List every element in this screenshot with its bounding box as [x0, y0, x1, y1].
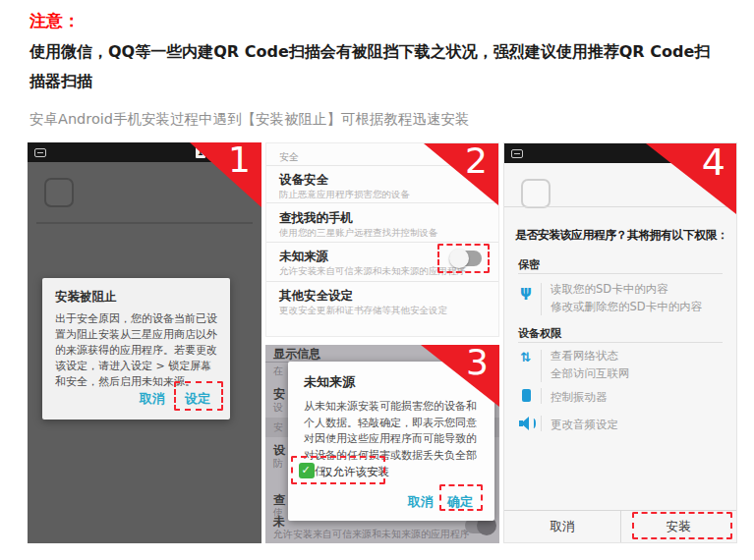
section-label-privacy: 保密 [518, 257, 540, 272]
unknown-sources-dialog: 未知来源 从未知来源安装可能损害您的设备和个人数据。轻敲确定，即表示您同意对因使… [288, 362, 494, 521]
dimmed-row-sub: 允许安装来自可信来源和未知来源的应用程序 [273, 528, 470, 541]
dimmed-text-fragment: 防 [273, 457, 283, 471]
divider [504, 206, 736, 207]
install-prompt-title: 是否安装该应用程序？其将拥有以下权限： [515, 228, 731, 244]
dialog-body: 出于安全原因，您的设备当前已设置为阻止安装从三星应用商店以外的来源获得的应用程序… [55, 311, 222, 390]
note-title: 注意： [29, 10, 80, 32]
note-subtitle: 安卓Android手机安装过程中遇到【安装被阻止】可根据教程迅速安装 [29, 110, 470, 129]
phone-screenshot-step3: 显示信息 在 安 设 安 设 防 查 使 未 允许安装来自可信来源和未知来源的应… [265, 345, 499, 543]
settings-item-desc: 使用您的三星账户远程查找并控制设备 [279, 227, 438, 240]
divider [266, 281, 498, 282]
step-number: 4 [702, 142, 725, 184]
step-badge: 2 [424, 143, 498, 205]
dimmed-row-title: 显示信息 [273, 346, 320, 363]
tutorial-page: 注意： 使用微信，QQ等一些内建QR Code扫描会有被阻挡下载之状况，强烈建议… [0, 0, 754, 560]
settings-item-desc: 防止恶意应用程序损害您的设备 [279, 189, 410, 201]
permission-internet: 全部访问互联网 [551, 366, 630, 381]
cancel-button[interactable]: 取消 [408, 493, 434, 511]
dimmed-row-sub: 在 [273, 364, 283, 378]
step-number: 3 [466, 345, 489, 382]
dialog-title: 安装被阻止 [55, 289, 117, 306]
divider [266, 242, 498, 243]
highlight-confirm-button [439, 484, 483, 511]
dialog-title: 未知来源 [304, 373, 355, 391]
dimmed-text-fragment: 安 [273, 420, 283, 434]
settings-header: 安全 [279, 150, 299, 164]
permission-vibration: 控制振动器 [551, 390, 608, 405]
screenshot-panels: 1 4G 7 安装被阻止 出于安全原因，您的设备当前已设置为阻止安装从三星应用商… [28, 142, 739, 543]
divider [36, 222, 253, 224]
note-body: 使用微信，QQ等一些内建QR Code扫描会有被阻挡下载之状况，强烈建议使用推荐… [29, 37, 724, 96]
phone-screenshot-step4: 1 4G 7 是否安装该应用程序？其将拥有以下权限： 保密 ψ 读取您的SD卡中… [503, 142, 737, 543]
app-icon-placeholder [44, 178, 74, 207]
speaker-icon [518, 417, 538, 430]
cancel-button[interactable]: 取消 [504, 519, 620, 535]
settings-item-unknown-sources[interactable]: 未知来源 [279, 249, 328, 265]
settings-item-find-my-phone[interactable]: 查找我的手机 [279, 210, 353, 227]
usb-icon: ψ [520, 283, 532, 301]
permission-sd-modify: 修改或删除您的SD卡中的内容 [551, 300, 702, 314]
section-label-device: 设备权限 [518, 326, 561, 341]
permission-sd-read: 读取您的SD卡中的内容 [551, 282, 668, 297]
divider [518, 273, 723, 274]
highlight-unknown-sources-toggle [437, 244, 490, 273]
settings-item-other-security[interactable]: 其他安全设定 [279, 288, 353, 305]
permission-audio: 更改音频设定 [551, 418, 618, 432]
notification-icon [511, 149, 523, 158]
divider [541, 416, 542, 431]
step-number: 2 [465, 142, 488, 181]
phone-screenshot-step1: 1 4G 7 安装被阻止 出于安全原因，您的设备当前已设置为阻止安装从三星应用商… [28, 142, 261, 543]
step-badge: 1 [190, 142, 261, 207]
divider [541, 350, 542, 382]
network-arrows-icon: ⇅ [520, 350, 531, 364]
permission-network-state: 查看网络状态 [551, 349, 618, 364]
divider [518, 342, 723, 343]
install-blocked-dialog: 安装被阻止 出于安全原因，您的设备当前已设置为阻止安装从三星应用商店以外的来源获… [42, 278, 230, 420]
dimmed-text-fragment: 设 [273, 401, 283, 415]
step-number: 1 [228, 142, 251, 180]
settings-item-desc: 更改安全更新和证书存储等其他安全设定 [279, 305, 447, 317]
cancel-button[interactable]: 取消 [140, 390, 165, 408]
settings-item-device-security[interactable]: 设备安全 [279, 172, 328, 189]
highlight-checkbox [291, 456, 385, 484]
vibration-icon [522, 389, 531, 402]
notification-icon [34, 148, 46, 157]
highlight-settings-button [174, 381, 223, 411]
app-icon-placeholder [521, 179, 551, 208]
phone-screenshot-step2: 安全 设备安全 防止恶意应用程序损害您的设备 查找我的手机 使用您的三星账户远程… [265, 142, 499, 337]
highlight-install-button [632, 512, 732, 539]
divider [541, 388, 542, 404]
divider [266, 202, 498, 203]
divider [541, 283, 542, 315]
